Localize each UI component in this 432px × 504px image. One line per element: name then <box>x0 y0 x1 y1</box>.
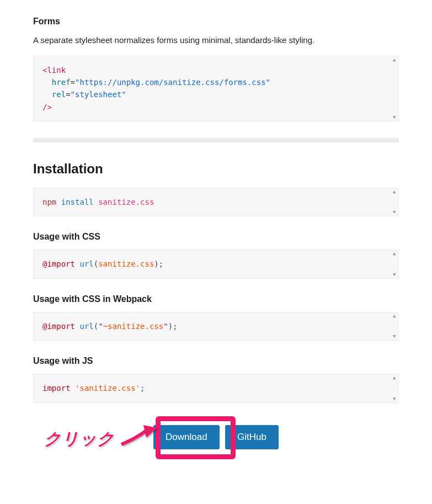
usage-webpack-code-block[interactable]: @import url("~sanitize.css");▲▼ <box>33 312 399 341</box>
code-quote: " <box>71 90 75 99</box>
code-quote: " <box>163 322 168 331</box>
installation-section: Installation npm install sanitize.css▲▼ <box>33 161 399 216</box>
scroll-down-icon[interactable]: ▼ <box>393 334 397 339</box>
usage-js-heading: Usage with JS <box>33 356 399 366</box>
code-import-kw: import <box>42 384 71 392</box>
scroll-down-icon[interactable]: ▼ <box>393 115 397 120</box>
code-href-value: https://unpkg.com/sanitize.css/forms.css <box>79 78 265 87</box>
scroll-down-icon[interactable]: ▼ <box>393 210 397 215</box>
installation-heading: Installation <box>33 161 399 177</box>
code-tag-link: link <box>47 66 66 75</box>
usage-css-code-block[interactable]: @import url(sanitize.css);▲▼ <box>33 250 399 278</box>
code-tilde: ~ <box>103 322 108 331</box>
code-package: sanitize.css <box>98 198 154 206</box>
usage-webpack-heading: Usage with CSS in Webpack <box>33 294 399 304</box>
usage-js-code-block[interactable]: import 'sanitize.css';▲▼ <box>33 374 399 402</box>
usage-webpack-section: Usage with CSS in Webpack @import url("~… <box>33 294 399 341</box>
usage-js-section: Usage with JS import 'sanitize.css';▲▼ <box>33 356 399 402</box>
forms-code-block[interactable]: <link href="https://unpkg.com/sanitize.c… <box>33 56 399 122</box>
code-semi: ; <box>140 384 145 392</box>
code-semi: ; <box>159 259 163 268</box>
code-paren-close: ) <box>168 322 173 331</box>
scroll-up-icon[interactable]: ▲ <box>393 375 397 380</box>
code-arg: sanitize.css <box>98 259 154 268</box>
forms-section: Forms A separate stylesheet normalizes f… <box>33 17 399 121</box>
code-arg: sanitize.css <box>79 384 135 392</box>
scroll-down-icon[interactable]: ▼ <box>393 396 397 401</box>
code-semi: ; <box>173 322 177 331</box>
code-paren-open: ( <box>94 259 98 268</box>
code-quote: " <box>121 90 126 99</box>
scroll-down-icon[interactable]: ▼ <box>393 272 397 277</box>
forms-heading: Forms <box>33 17 399 26</box>
forms-description: A separate stylesheet normalizes forms u… <box>33 34 399 47</box>
code-at-import: @import <box>42 322 75 331</box>
code-paren-close: ) <box>154 259 158 268</box>
usage-css-section: Usage with CSS @import url(sanitize.css)… <box>33 232 399 278</box>
code-url-fn: url <box>79 322 93 331</box>
usage-css-heading: Usage with CSS <box>33 232 399 242</box>
scroll-up-icon[interactable]: ▲ <box>393 189 397 194</box>
code-attr-href: href <box>52 78 71 87</box>
code-install: install <box>61 198 94 206</box>
github-button[interactable]: GitHub <box>225 425 279 449</box>
code-rel-value: stylesheet <box>75 90 121 99</box>
button-row: Download GitHub クリック <box>33 425 399 449</box>
code-url-fn: url <box>79 259 93 268</box>
scroll-up-icon[interactable]: ▲ <box>393 251 397 256</box>
code-eq: = <box>66 90 70 99</box>
scroll-up-icon[interactable]: ▲ <box>393 57 397 62</box>
code-quote: " <box>98 322 103 331</box>
code-arg: sanitize.css <box>108 322 163 331</box>
code-quote: ' <box>136 384 140 392</box>
code-paren-open: ( <box>94 322 98 331</box>
section-divider <box>33 138 399 142</box>
code-quote: " <box>266 78 270 87</box>
scroll-up-icon[interactable]: ▲ <box>393 314 397 319</box>
download-button[interactable]: Download <box>153 425 220 449</box>
code-attr-rel: rel <box>52 90 66 99</box>
code-eq: = <box>71 78 75 87</box>
code-npm: npm <box>42 198 56 206</box>
click-annotation-label: クリック <box>44 428 115 450</box>
npm-install-code-block[interactable]: npm install sanitize.css▲▼ <box>33 188 399 216</box>
code-close: /> <box>42 103 52 112</box>
code-at-import: @import <box>42 259 75 268</box>
